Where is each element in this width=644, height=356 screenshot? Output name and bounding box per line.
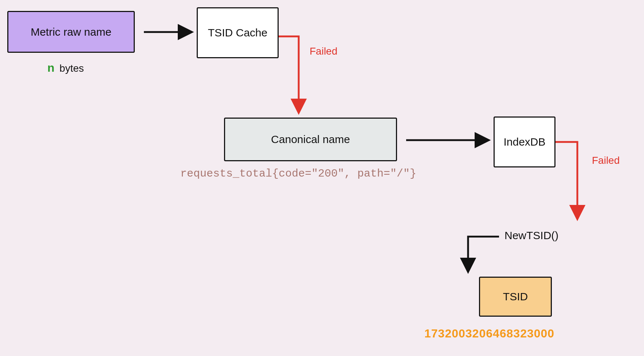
annot-canonical-example: requests_total{code="200", path="/"}	[180, 167, 416, 180]
annot-failed-1: Failed	[310, 46, 337, 57]
arrow-indexdb-to-newtsid	[555, 142, 577, 218]
annot-new-tsid-fn: NewTSID()	[504, 229, 558, 242]
annot-tsid-value: 1732003206468323000	[424, 327, 554, 340]
node-tsid-cache: TSID Cache	[197, 7, 279, 58]
annot-n-bytes: n bytes	[47, 61, 84, 75]
diagram-stage: Metric raw name TSID Cache Canonical nam…	[0, 0, 644, 356]
node-indexdb-label: IndexDB	[503, 136, 545, 148]
node-metric-raw-name-label: Metric raw name	[31, 26, 111, 38]
annot-failed-2: Failed	[592, 155, 620, 166]
node-indexdb: IndexDB	[494, 116, 555, 167]
annot-n-letter: n	[47, 61, 55, 74]
arrow-newtsid-to-tsid	[468, 237, 499, 271]
node-metric-raw-name: Metric raw name	[7, 11, 135, 53]
node-tsid-label: TSID	[503, 290, 528, 303]
node-tsid-cache-label: TSID Cache	[208, 27, 267, 39]
node-tsid: TSID	[479, 277, 552, 317]
annot-bytes: bytes	[59, 63, 84, 74]
arrow-cache-to-canonical	[279, 36, 299, 112]
node-canonical-name-label: Canonical name	[271, 133, 350, 146]
node-canonical-name: Canonical name	[224, 118, 397, 161]
